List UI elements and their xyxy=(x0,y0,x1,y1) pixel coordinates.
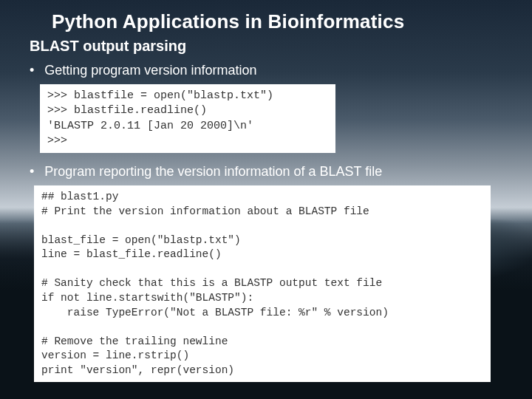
bullet-item: • Getting program version information xyxy=(30,62,502,78)
slide-title: Python Applications in Bioinformatics xyxy=(30,10,502,33)
bullet-icon: • xyxy=(30,62,34,78)
bullet-text: Program reporting the version informatio… xyxy=(44,163,382,180)
bullet-item: • Program reporting the version informat… xyxy=(30,163,502,180)
code-block-program: ## blast1.py # Print the version informa… xyxy=(34,185,491,382)
bullet-icon: • xyxy=(30,163,34,180)
slide-subtitle: BLAST output parsing xyxy=(30,38,502,55)
slide: Python Applications in Bioinformatics BL… xyxy=(0,0,532,399)
code-block-interactive-session: >>> blastfile = open("blastp.txt") >>> b… xyxy=(40,84,335,153)
bullet-text: Getting program version information xyxy=(44,62,256,78)
